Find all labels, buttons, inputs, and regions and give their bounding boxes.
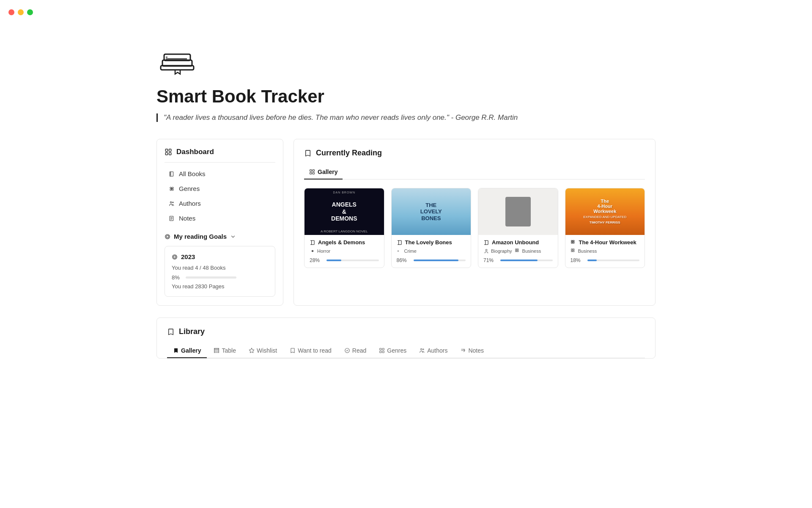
svg-point-16 <box>173 202 173 202</box>
progress-bar-4 <box>587 260 640 261</box>
quote-text: "A reader lives a thousand lives before … <box>164 113 518 121</box>
genre-label-biography: Biography <box>491 248 512 254</box>
lib-wishlist-label: Wishlist <box>257 347 277 354</box>
book-progress-row-4: 18% <box>571 257 640 263</box>
lovely-title-text: THELOVELYBONES <box>420 202 442 222</box>
book-title-row-3: Amazon Unbound <box>483 239 553 246</box>
svg-marker-52 <box>249 348 254 353</box>
header-section: Smart Book Tracker "A reader lives a tho… <box>156 42 656 122</box>
minimize-button[interactable] <box>18 9 24 15</box>
svg-rect-35 <box>517 249 518 250</box>
svg-rect-7 <box>165 153 167 155</box>
app-logo-icon <box>156 42 199 76</box>
progress-bar-3 <box>500 260 553 261</box>
bookmark-icon <box>304 149 312 157</box>
svg-rect-34 <box>515 249 516 250</box>
dashboard-icon <box>165 148 172 156</box>
gallery-tab-icon <box>309 169 315 175</box>
progress-value-4: 18% <box>571 257 584 263</box>
angels-cover-art: DAN BROWN ANGELS&DEMONS A ROBERT LANGDON… <box>304 188 384 235</box>
genre-label-horror: Horror <box>317 248 330 254</box>
book-genre-row-3: Biography Business <box>483 248 553 254</box>
lib-wishlist-icon <box>249 348 255 353</box>
authors-icon <box>169 201 175 207</box>
lib-tab-authors[interactable]: Authors <box>413 344 453 358</box>
lovely-cover-art: THELOVELYBONES <box>392 188 471 235</box>
book-title-row-4: The 4-Hour Workweek <box>571 239 640 246</box>
sidebar-item-genres[interactable]: Genres <box>165 182 275 196</box>
svg-rect-56 <box>380 351 381 353</box>
lib-genres-icon <box>379 348 385 353</box>
svg-rect-41 <box>573 242 574 243</box>
svg-point-23 <box>167 236 167 237</box>
progress-percent-label: 8% <box>172 274 180 281</box>
goals-year: 2023 <box>172 253 268 260</box>
svg-rect-27 <box>310 170 312 171</box>
genres-icon <box>169 186 175 192</box>
pages-read-stat: You read 2830 Pages <box>172 283 268 290</box>
goals-card: 2023 You read 4 / 48 Books 8% You read 2… <box>165 246 275 297</box>
library-title: Library <box>179 327 205 336</box>
progress-fill-1 <box>326 260 341 261</box>
svg-point-10 <box>170 187 172 188</box>
book-icon-sm-2 <box>397 240 403 246</box>
angel-author-text: DAN BROWN <box>333 191 355 194</box>
svg-point-15 <box>170 202 172 203</box>
svg-point-12 <box>170 189 172 190</box>
lib-authors-label: Authors <box>427 347 447 354</box>
book-cover-4hour: The4-HourWorkweekEXPANDED AND UPDATEDTIM… <box>565 188 645 235</box>
book-card-amazon-unbound[interactable]: Amazon Unbound Biography <box>478 188 558 268</box>
book-card-lovely-bones[interactable]: THELOVELYBONES The Lovely Bones <box>391 188 472 268</box>
amazon-cover-art <box>478 188 558 235</box>
lib-tab-wishlist[interactable]: Wishlist <box>243 344 283 358</box>
svg-rect-5 <box>165 149 167 151</box>
my-reading-goals-header[interactable]: My reading Goals <box>165 233 275 240</box>
sidebar-item-all-books[interactable]: All Books <box>165 167 275 181</box>
svg-rect-45 <box>573 251 574 252</box>
sidebar-card: Dashboard All Books Gen <box>156 139 283 306</box>
lib-tab-table[interactable]: Table <box>208 344 241 358</box>
book-title-3: Amazon Unbound <box>492 239 539 246</box>
lib-notes-icon <box>460 348 466 353</box>
close-button[interactable] <box>8 9 14 15</box>
goals-label: My reading Goals <box>174 233 227 240</box>
svg-rect-29 <box>310 172 312 174</box>
lib-genres-label: Genres <box>387 347 406 354</box>
lib-table-label: Table <box>222 347 236 354</box>
progress-value-3: 71% <box>483 257 497 263</box>
genre-badge-business: Business <box>515 248 541 254</box>
genre-label-business-3: Business <box>522 248 541 254</box>
chevron-down-icon <box>230 234 236 240</box>
book-icon <box>169 171 175 177</box>
svg-rect-54 <box>380 348 381 350</box>
svg-rect-38 <box>571 240 572 241</box>
lib-tab-read[interactable]: Read <box>338 344 372 358</box>
lib-tab-genres[interactable]: Genres <box>373 344 412 358</box>
maximize-button[interactable] <box>27 9 33 15</box>
svg-point-26 <box>174 257 175 257</box>
notes-icon <box>169 215 175 221</box>
lib-gallery-icon <box>173 348 179 353</box>
library-tabs: Gallery Table Wishlist <box>167 344 645 358</box>
tab-gallery[interactable]: Gallery <box>304 165 343 179</box>
sidebar-item-notes[interactable]: Notes <box>165 211 275 225</box>
lib-tab-notes[interactable]: Notes <box>454 344 490 358</box>
lib-tab-want-to-read[interactable]: Want to read <box>284 344 337 358</box>
lib-authors-icon <box>419 348 425 353</box>
sidebar-item-authors[interactable]: Authors <box>165 196 275 210</box>
svg-rect-36 <box>515 251 516 252</box>
progress-value-2: 86% <box>397 257 410 263</box>
progress-bar-1 <box>326 260 379 261</box>
year-label: 2023 <box>181 253 195 260</box>
book-card-4hour-workweek[interactable]: The4-HourWorkweekEXPANDED AND UPDATEDTIM… <box>565 188 645 268</box>
book-cover-lovely-bones: THELOVELYBONES <box>392 188 471 235</box>
amazon-face-placeholder <box>505 197 531 226</box>
book-icon-sm <box>310 240 315 246</box>
book-title-row: Angels & Demons <box>310 239 379 246</box>
book-card-angels-demons[interactable]: DAN BROWN ANGELS&DEMONS A ROBERT LANGDON… <box>304 188 384 268</box>
genres-label: Genres <box>179 185 200 192</box>
dashboard-label: Dashboard <box>176 148 214 156</box>
book-progress-row: 28% <box>310 257 379 263</box>
gallery-tab-label: Gallery <box>318 168 337 175</box>
lib-tab-gallery[interactable]: Gallery <box>167 344 207 358</box>
